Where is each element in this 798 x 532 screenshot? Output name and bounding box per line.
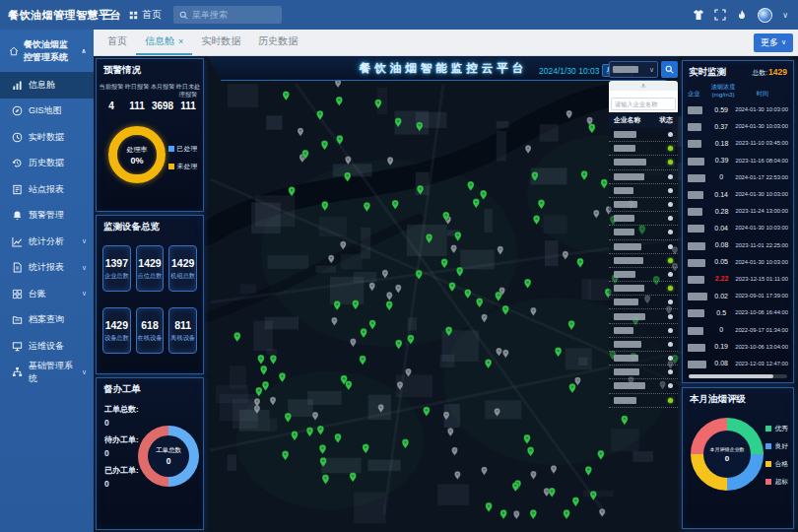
menu-search-input[interactable] [192,10,271,20]
list-item[interactable] [609,254,678,268]
redacted-enterprise-name [614,201,637,208]
table-row[interactable]: 0.082023-12-03 12:47:00 [688,355,788,371]
cell-company [688,270,708,288]
list-item[interactable] [609,212,678,226]
sidebar-item-label: 实时数据 [29,131,64,144]
report-icon [12,184,23,195]
list-item[interactable] [609,128,678,142]
list-item[interactable] [609,142,678,156]
list-item[interactable] [609,324,678,338]
collapse-caret[interactable]: ∧ [609,81,678,91]
table-row[interactable]: 02022-09-17 01:34:00 [688,321,788,338]
table-row[interactable]: 0.052024-01-30 10:03:00 [688,253,788,270]
table-row[interactable]: 0.372024-01-30 10:03:00 [688,118,788,135]
cell-concentration: 0.14 [707,191,735,198]
table-row[interactable]: 0.042024-01-30 10:03:00 [688,220,788,236]
device-stat-label: 机组总数 [170,272,195,281]
workorder-donut: 工单总数 0 [138,426,199,487]
sidebar-item-report[interactable]: 站点报表 [0,176,94,203]
list-item[interactable] [609,379,678,393]
search-icon [179,11,188,20]
list-item[interactable] [609,240,678,254]
status-dot-offline [668,314,673,319]
list-item[interactable] [609,366,678,379]
list-item[interactable] [609,352,678,366]
table-row[interactable]: 0.142024-01-30 10:03:00 [688,185,788,202]
redacted-company-name [688,327,703,335]
table-row[interactable]: 0.592024-01-30 10:03:00 [688,101,788,118]
sidebar-item-clock[interactable]: 实时数据 [0,124,94,151]
status-dot-offline [668,328,673,333]
tab-首页[interactable]: 首页 [99,30,136,55]
flame-icon[interactable] [736,9,748,21]
content: 首页信息舱×实时数据历史数据 更多 ∨ 餐饮油烟智能监控云平台 2024/1/3… [94,30,798,532]
chevron-down-icon[interactable]: ∨ [782,11,788,20]
table-row[interactable]: 0.52023-10-06 16:44:00 [688,304,788,321]
table-row[interactable]: 0.022023-09-01 17:39:00 [688,288,788,304]
list-item[interactable] [609,156,678,169]
sidebar-item-system[interactable]: 基础管理系统∨ [0,360,94,386]
tab-信息舱[interactable]: 信息舱× [136,30,192,55]
sidebar-item-chart[interactable]: 信息舱 [0,72,94,99]
tab-实时数据[interactable]: 实时数据 [192,30,249,55]
sidebar-item-history[interactable]: 历史数据 [0,151,94,177]
table-row[interactable]: 0.082023-11-01 22:25:00 [688,236,788,253]
rating-donut: 本月评级企业数 0 [691,418,764,491]
enterprise-dropdown: ∧ 企业名称 状态 [609,81,678,408]
cell-company [688,185,707,203]
sidebar-item-compass[interactable]: GIS地图 [0,99,94,125]
legend-label: 超标 [774,477,788,487]
list-item[interactable] [609,338,678,352]
shirt-icon[interactable] [693,9,704,21]
redacted-enterprise-name [614,313,645,320]
table-row[interactable]: 0.192023-10-06 13:04:00 [688,338,788,355]
sidebar-item-alarm[interactable]: 预警管理 [0,203,94,230]
table-row[interactable]: 2.222023-12-15 01:11:00 [688,270,788,287]
sidebar-item-analysis[interactable]: 统计分析∨ [0,229,94,255]
redacted-company-name [688,225,704,233]
scrollbar-thumb[interactable] [689,374,773,378]
alarm-stats: 当前报警4昨日报警111本月报警3698昨日未处理报警111 [97,80,203,111]
list-item[interactable] [609,198,678,212]
cell-concentration: 0.39 [708,157,736,164]
sidebar-item-doc[interactable]: 统计报表∨ [0,255,94,282]
table-row[interactable]: 02024-01-17 22:53:00 [688,168,788,185]
enterprise-select[interactable]: ∨ [609,61,658,78]
menu-search-box[interactable] [173,6,282,24]
list-item[interactable] [609,226,678,239]
cell-time: 2023-09-01 17:39:00 [735,293,788,299]
sidebar-group-monitor-system[interactable]: 餐饮油烟监控管理系统 ∧ [0,30,94,72]
list-item[interactable] [609,296,678,309]
cell-time: 2024-01-30 10:03:00 [735,259,788,265]
hamburger-menu-icon[interactable]: ☰ [94,7,121,23]
redacted-enterprise-name [614,285,644,292]
list-item[interactable] [609,268,678,282]
enterprise-search-button[interactable] [661,61,678,78]
donut-value: 0% [130,156,143,166]
table-row[interactable]: 0.182023-11-10 03:45:00 [688,135,788,152]
sidebar-item-archive[interactable]: 档案查询 [0,307,94,334]
table-row[interactable]: 0.282023-11-24 13:00:00 [688,203,788,220]
device-stats-grid: 1397企业总数1429点位总数1429机组总数1429设备总数618在线设备8… [97,236,203,354]
fullscreen-icon[interactable] [714,9,726,21]
sidebar-item-ledger[interactable]: 台账∨ [0,281,94,307]
tab-历史数据[interactable]: 历史数据 [249,30,306,55]
close-icon[interactable]: × [178,36,183,46]
avatar[interactable] [758,8,772,23]
list-item[interactable] [609,309,678,323]
list-item[interactable] [609,170,678,184]
sidebar-item-device[interactable]: 运维设备 [0,333,94,360]
sidebar-menu: 信息舱GIS地图实时数据历史数据站点报表预警管理统计分析∨统计报表∨台账∨档案查… [0,72,94,360]
list-item[interactable] [609,394,678,408]
enterprise-name-input[interactable] [611,98,676,110]
home-breadcrumb[interactable]: 首页 [129,8,162,22]
workorder-stat-label: 待办工单: [104,434,139,445]
sidebar-group-label: 餐饮油烟监控管理系统 [24,38,76,64]
legend-label: 良好 [774,441,788,451]
device-stat-value: 811 [174,319,191,331]
list-item[interactable] [609,282,678,296]
table-row[interactable]: 0.392023-11-16 08:04:00 [688,152,788,168]
more-button[interactable]: 更多 ∨ [754,33,793,52]
redacted-company-name [688,276,704,284]
list-item[interactable] [609,184,678,198]
